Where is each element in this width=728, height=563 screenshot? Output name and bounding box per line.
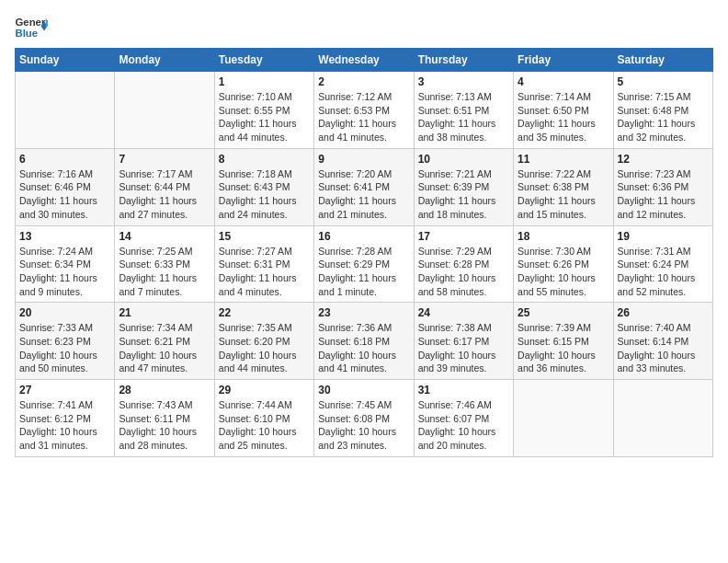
day-number: 30 <box>318 384 409 396</box>
day-info: Sunrise: 7:38 AMSunset: 6:17 PMDaylight:… <box>418 321 509 375</box>
day-number: 12 <box>618 153 709 166</box>
weekday-header: Monday <box>115 49 214 72</box>
calendar-week-row: 20Sunrise: 7:33 AMSunset: 6:23 PMDayligh… <box>16 303 713 380</box>
calendar-cell: 7Sunrise: 7:17 AMSunset: 6:44 PMDaylight… <box>115 148 214 225</box>
day-number: 21 <box>119 306 210 319</box>
weekday-header: Thursday <box>414 49 513 72</box>
day-number: 8 <box>219 153 310 166</box>
calendar-cell: 22Sunrise: 7:35 AMSunset: 6:20 PMDayligh… <box>214 303 313 380</box>
day-info: Sunrise: 7:33 AMSunset: 6:23 PMDaylight:… <box>19 321 110 375</box>
day-info: Sunrise: 7:34 AMSunset: 6:21 PMDaylight:… <box>119 321 210 375</box>
calendar-cell: 13Sunrise: 7:24 AMSunset: 6:34 PMDayligh… <box>16 225 115 303</box>
calendar-cell: 17Sunrise: 7:29 AMSunset: 6:28 PMDayligh… <box>414 225 513 303</box>
day-info: Sunrise: 7:30 AMSunset: 6:26 PMDaylight:… <box>518 245 609 299</box>
day-info: Sunrise: 7:15 AMSunset: 6:48 PMDaylight:… <box>618 90 709 144</box>
weekday-header: Friday <box>514 49 613 72</box>
day-number: 7 <box>119 153 210 166</box>
day-number: 15 <box>219 230 310 243</box>
calendar-cell: 29Sunrise: 7:44 AMSunset: 6:10 PMDayligh… <box>214 380 313 457</box>
day-info: Sunrise: 7:20 AMSunset: 6:41 PMDaylight:… <box>318 167 409 222</box>
calendar-cell: 21Sunrise: 7:34 AMSunset: 6:21 PMDayligh… <box>115 303 214 380</box>
day-info: Sunrise: 7:18 AMSunset: 6:43 PMDaylight:… <box>219 167 310 222</box>
calendar-cell: 25Sunrise: 7:39 AMSunset: 6:15 PMDayligh… <box>514 303 613 380</box>
day-number: 6 <box>19 153 110 166</box>
day-info: Sunrise: 7:22 AMSunset: 6:38 PMDaylight:… <box>518 167 609 222</box>
day-number: 16 <box>318 230 409 243</box>
day-number: 27 <box>19 384 110 396</box>
calendar-cell: 12Sunrise: 7:23 AMSunset: 6:36 PMDayligh… <box>613 148 712 225</box>
weekday-header: Tuesday <box>214 49 313 72</box>
calendar-cell <box>613 380 712 457</box>
day-number: 22 <box>219 306 310 319</box>
day-number: 2 <box>318 75 409 88</box>
day-number: 13 <box>19 230 110 243</box>
calendar-cell: 11Sunrise: 7:22 AMSunset: 6:38 PMDayligh… <box>514 148 613 225</box>
calendar-cell: 19Sunrise: 7:31 AMSunset: 6:24 PMDayligh… <box>613 225 712 303</box>
day-number: 23 <box>318 306 409 319</box>
day-info: Sunrise: 7:28 AMSunset: 6:29 PMDaylight:… <box>318 245 409 299</box>
day-number: 28 <box>119 384 210 396</box>
calendar-week-row: 27Sunrise: 7:41 AMSunset: 6:12 PMDayligh… <box>16 380 713 457</box>
calendar-week-row: 1Sunrise: 7:10 AMSunset: 6:55 PMDaylight… <box>16 72 713 149</box>
calendar-cell: 4Sunrise: 7:14 AMSunset: 6:50 PMDaylight… <box>514 72 613 149</box>
day-number: 1 <box>219 75 310 88</box>
day-number: 31 <box>418 384 509 396</box>
weekday-header: Wednesday <box>314 49 414 72</box>
calendar-cell: 6Sunrise: 7:16 AMSunset: 6:46 PMDaylight… <box>16 148 115 225</box>
calendar-cell: 9Sunrise: 7:20 AMSunset: 6:41 PMDaylight… <box>314 148 414 225</box>
logo-icon: General Blue <box>15 15 48 40</box>
day-info: Sunrise: 7:39 AMSunset: 6:15 PMDaylight:… <box>518 321 609 375</box>
calendar-cell: 15Sunrise: 7:27 AMSunset: 6:31 PMDayligh… <box>214 225 313 303</box>
calendar-week-row: 6Sunrise: 7:16 AMSunset: 6:46 PMDaylight… <box>16 148 713 225</box>
calendar-cell: 23Sunrise: 7:36 AMSunset: 6:18 PMDayligh… <box>314 303 414 380</box>
day-number: 14 <box>119 230 210 243</box>
calendar-week-row: 13Sunrise: 7:24 AMSunset: 6:34 PMDayligh… <box>16 225 713 303</box>
day-info: Sunrise: 7:31 AMSunset: 6:24 PMDaylight:… <box>618 245 709 299</box>
day-number: 17 <box>418 230 509 243</box>
calendar-table: SundayMondayTuesdayWednesdayThursdayFrid… <box>15 48 713 457</box>
day-info: Sunrise: 7:10 AMSunset: 6:55 PMDaylight:… <box>219 90 310 144</box>
day-number: 5 <box>618 75 709 88</box>
calendar-cell <box>514 380 613 457</box>
day-number: 3 <box>418 75 509 88</box>
day-info: Sunrise: 7:29 AMSunset: 6:28 PMDaylight:… <box>418 245 509 299</box>
day-number: 19 <box>618 230 709 243</box>
day-info: Sunrise: 7:24 AMSunset: 6:34 PMDaylight:… <box>19 245 110 299</box>
calendar-cell: 3Sunrise: 7:13 AMSunset: 6:51 PMDaylight… <box>414 72 513 149</box>
calendar-cell: 16Sunrise: 7:28 AMSunset: 6:29 PMDayligh… <box>314 225 414 303</box>
day-number: 10 <box>418 153 509 166</box>
calendar-cell: 27Sunrise: 7:41 AMSunset: 6:12 PMDayligh… <box>16 380 115 457</box>
day-number: 20 <box>19 306 110 319</box>
svg-text:Blue: Blue <box>16 28 39 39</box>
day-number: 18 <box>518 230 609 243</box>
day-number: 25 <box>518 306 609 319</box>
calendar-cell: 30Sunrise: 7:45 AMSunset: 6:08 PMDayligh… <box>314 380 414 457</box>
day-info: Sunrise: 7:44 AMSunset: 6:10 PMDaylight:… <box>219 398 310 453</box>
day-info: Sunrise: 7:17 AMSunset: 6:44 PMDaylight:… <box>119 167 210 222</box>
header: General Blue <box>15 15 713 40</box>
day-number: 24 <box>418 306 509 319</box>
calendar-cell: 14Sunrise: 7:25 AMSunset: 6:33 PMDayligh… <box>115 225 214 303</box>
day-info: Sunrise: 7:41 AMSunset: 6:12 PMDaylight:… <box>19 398 110 453</box>
calendar-cell: 31Sunrise: 7:46 AMSunset: 6:07 PMDayligh… <box>414 380 513 457</box>
day-number: 9 <box>318 153 409 166</box>
day-info: Sunrise: 7:45 AMSunset: 6:08 PMDaylight:… <box>318 398 409 453</box>
day-info: Sunrise: 7:12 AMSunset: 6:53 PMDaylight:… <box>318 90 409 144</box>
day-number: 4 <box>518 75 609 88</box>
calendar-cell: 26Sunrise: 7:40 AMSunset: 6:14 PMDayligh… <box>613 303 712 380</box>
weekday-header: Saturday <box>613 49 712 72</box>
day-info: Sunrise: 7:16 AMSunset: 6:46 PMDaylight:… <box>19 167 110 222</box>
day-info: Sunrise: 7:23 AMSunset: 6:36 PMDaylight:… <box>618 167 709 222</box>
calendar-cell: 1Sunrise: 7:10 AMSunset: 6:55 PMDaylight… <box>214 72 313 149</box>
day-number: 26 <box>618 306 709 319</box>
calendar-cell: 24Sunrise: 7:38 AMSunset: 6:17 PMDayligh… <box>414 303 513 380</box>
calendar-cell: 2Sunrise: 7:12 AMSunset: 6:53 PMDaylight… <box>314 72 414 149</box>
calendar-cell: 20Sunrise: 7:33 AMSunset: 6:23 PMDayligh… <box>16 303 115 380</box>
calendar-cell: 28Sunrise: 7:43 AMSunset: 6:11 PMDayligh… <box>115 380 214 457</box>
day-info: Sunrise: 7:25 AMSunset: 6:33 PMDaylight:… <box>119 245 210 299</box>
day-number: 11 <box>518 153 609 166</box>
calendar-header-row: SundayMondayTuesdayWednesdayThursdayFrid… <box>16 49 713 72</box>
day-info: Sunrise: 7:27 AMSunset: 6:31 PMDaylight:… <box>219 245 310 299</box>
calendar-cell: 5Sunrise: 7:15 AMSunset: 6:48 PMDaylight… <box>613 72 712 149</box>
day-info: Sunrise: 7:40 AMSunset: 6:14 PMDaylight:… <box>618 321 709 375</box>
